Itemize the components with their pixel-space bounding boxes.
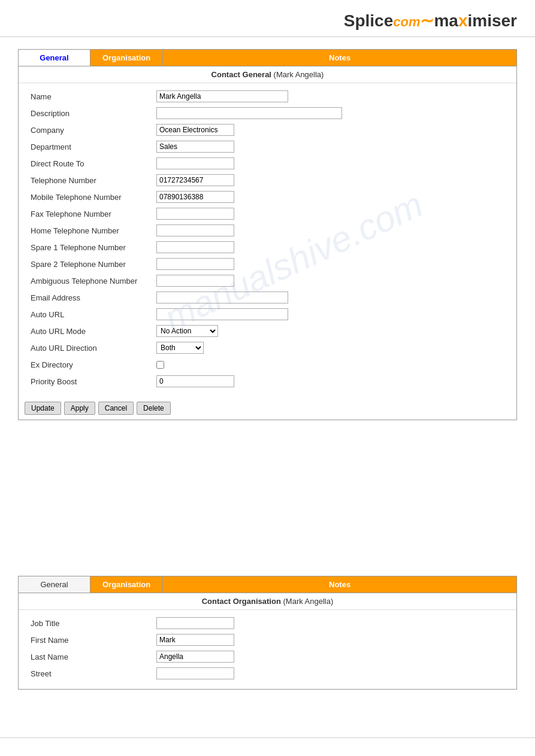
panel-title-name-2: (Mark Angella) xyxy=(283,597,334,606)
header: Splicecom∼maximiser xyxy=(0,0,535,37)
form-body-2: Job Title First Name Last Name Street xyxy=(19,610,516,689)
checkbox-ex-directory[interactable] xyxy=(156,361,164,369)
logo: Splicecom∼maximiser xyxy=(344,11,517,31)
input-first-name[interactable] xyxy=(156,634,234,646)
row-last-name: Last Name xyxy=(31,649,504,664)
row-direct-route: Direct Route To xyxy=(31,156,504,171)
label-name: Name xyxy=(31,92,156,101)
panel-title-name-1: (Mark Angella) xyxy=(274,70,324,79)
spacer5 xyxy=(18,528,517,552)
row-auto-url-direction: Auto URL Direction Both Inbound Outbound xyxy=(31,341,504,355)
tab-general-2[interactable]: General xyxy=(19,576,90,593)
row-ex-directory: Ex Directory xyxy=(31,357,504,372)
apply-button[interactable]: Apply xyxy=(64,402,95,415)
row-spare2: Spare 2 Telephone Number xyxy=(31,257,504,271)
label-company: Company xyxy=(31,126,156,135)
input-priority-boost[interactable] xyxy=(156,375,234,387)
cancel-button[interactable]: Cancel xyxy=(98,402,134,415)
logo-com: com xyxy=(393,14,420,29)
row-mobile: Mobile Telephone Number xyxy=(31,190,504,204)
select-auto-url-direction[interactable]: Both Inbound Outbound xyxy=(156,342,204,354)
row-fax: Fax Telephone Number xyxy=(31,207,504,221)
row-first-name: First Name xyxy=(31,633,504,647)
input-department[interactable] xyxy=(156,141,234,153)
panel-general: General Organisation Notes Contact Gener… xyxy=(18,49,517,420)
label-department: Department xyxy=(31,142,156,151)
label-ambiguous: Ambiguous Telephone Number xyxy=(31,277,156,286)
spacer3 xyxy=(18,480,517,504)
input-name[interactable] xyxy=(156,90,288,102)
delete-button[interactable]: Delete xyxy=(137,402,171,415)
row-home: Home Telephone Number xyxy=(31,223,504,238)
tab-bar-2: General Organisation Notes xyxy=(19,576,516,593)
input-fax[interactable] xyxy=(156,208,234,220)
spacer4 xyxy=(18,504,517,528)
footer-line xyxy=(0,737,535,749)
input-email[interactable] xyxy=(156,292,288,303)
row-ambiguous: Ambiguous Telephone Number xyxy=(31,274,504,288)
row-name: Name xyxy=(31,89,504,104)
input-auto-url[interactable] xyxy=(156,308,288,320)
row-telephone: Telephone Number xyxy=(31,173,504,187)
label-auto-url-mode: Auto URL Mode xyxy=(31,327,156,336)
input-direct-route[interactable] xyxy=(156,157,234,169)
tab-notes-1[interactable]: Notes xyxy=(163,50,516,66)
page-body: manualshive.com General Organisation Not… xyxy=(0,37,535,714)
row-spare1: Spare 1 Telephone Number xyxy=(31,240,504,254)
label-description: Description xyxy=(31,109,156,118)
spacer6 xyxy=(18,552,517,576)
label-first-name: First Name xyxy=(31,636,156,645)
label-job-title: Job Title xyxy=(31,619,156,628)
input-home[interactable] xyxy=(156,224,234,236)
label-spare2: Spare 2 Telephone Number xyxy=(31,260,156,269)
input-description[interactable] xyxy=(156,107,342,119)
input-last-name[interactable] xyxy=(156,651,234,663)
tab-notes-2[interactable]: Notes xyxy=(163,576,516,593)
row-company: Company xyxy=(31,123,504,137)
tab-organisation-1[interactable]: Organisation xyxy=(90,50,163,66)
spacer xyxy=(18,432,517,456)
label-mobile: Mobile Telephone Number xyxy=(31,193,156,202)
row-priority-boost: Priority Boost xyxy=(31,374,504,388)
panel-title-text-1: Contact General xyxy=(211,70,271,79)
label-home: Home Telephone Number xyxy=(31,226,156,235)
label-auto-url: Auto URL xyxy=(31,310,156,319)
logo-max: ma xyxy=(434,11,458,30)
tab-organisation-2[interactable]: Organisation xyxy=(90,576,163,593)
label-auto-url-direction: Auto URL Direction xyxy=(31,344,156,353)
panel-organisation: General Organisation Notes Contact Organ… xyxy=(18,576,517,690)
panel-title-text-2: Contact Organisation xyxy=(202,597,281,606)
input-job-title[interactable] xyxy=(156,617,234,629)
row-department: Department xyxy=(31,139,504,154)
input-spare2[interactable] xyxy=(156,258,234,270)
tab-general-1[interactable]: General xyxy=(19,50,90,66)
label-priority-boost: Priority Boost xyxy=(31,377,156,386)
row-auto-url: Auto URL xyxy=(31,307,504,321)
button-bar-1: Update Apply Cancel Delete xyxy=(19,397,516,420)
label-fax: Fax Telephone Number xyxy=(31,210,156,218)
label-ex-directory: Ex Directory xyxy=(31,360,156,369)
update-button[interactable]: Update xyxy=(25,402,61,415)
tab-bar-1: General Organisation Notes xyxy=(19,50,516,66)
logo-x: x xyxy=(458,11,468,30)
row-description: Description xyxy=(31,106,504,120)
content-wrapper: manualshive.com General Organisation Not… xyxy=(18,49,517,690)
row-street: Street xyxy=(31,666,504,681)
panel-title-1: Contact General (Mark Angella) xyxy=(19,66,516,83)
input-mobile[interactable] xyxy=(156,191,234,203)
input-telephone[interactable] xyxy=(156,174,234,186)
spacer2 xyxy=(18,456,517,480)
input-company[interactable] xyxy=(156,124,234,136)
label-spare1: Spare 1 Telephone Number xyxy=(31,243,156,252)
input-street[interactable] xyxy=(156,667,234,679)
input-ambiguous[interactable] xyxy=(156,275,234,287)
input-spare1[interactable] xyxy=(156,241,234,253)
panel-title-2: Contact Organisation (Mark Angella) xyxy=(19,593,516,610)
logo-wave: ∼ xyxy=(420,11,434,30)
row-email: Email Address xyxy=(31,290,504,305)
logo-imiser: imiser xyxy=(468,11,518,30)
select-auto-url-mode[interactable]: No Action Open Browser Auto Dial xyxy=(156,325,218,337)
row-job-title: Job Title xyxy=(31,616,504,630)
label-direct-route: Direct Route To xyxy=(31,159,156,168)
form-body-1: Name Description Company Department Dire xyxy=(19,83,516,397)
